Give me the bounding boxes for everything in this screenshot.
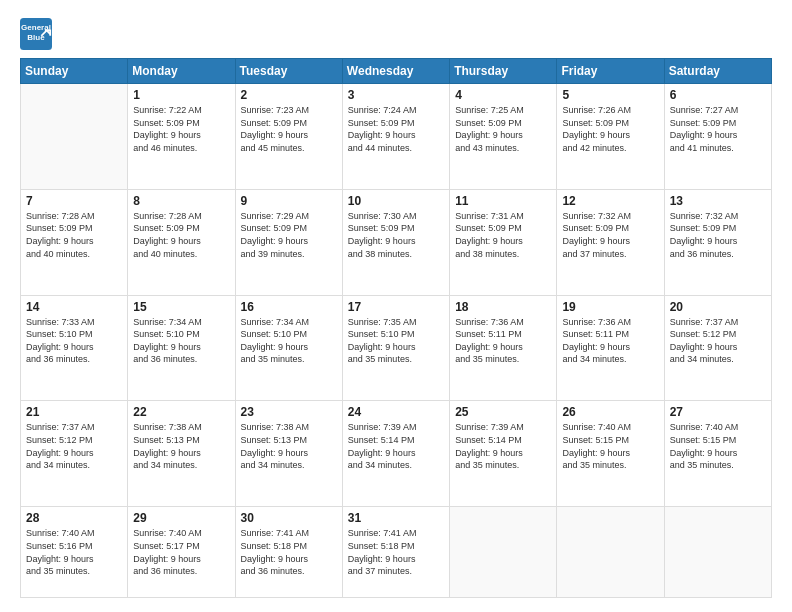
calendar-cell bbox=[664, 507, 771, 598]
calendar-cell: 24Sunrise: 7:39 AMSunset: 5:14 PMDayligh… bbox=[342, 401, 449, 507]
day-info: Sunrise: 7:37 AMSunset: 5:12 PMDaylight:… bbox=[670, 316, 766, 366]
calendar-cell: 21Sunrise: 7:37 AMSunset: 5:12 PMDayligh… bbox=[21, 401, 128, 507]
day-number: 5 bbox=[562, 88, 658, 102]
calendar-cell: 31Sunrise: 7:41 AMSunset: 5:18 PMDayligh… bbox=[342, 507, 449, 598]
calendar-cell: 7Sunrise: 7:28 AMSunset: 5:09 PMDaylight… bbox=[21, 189, 128, 295]
calendar-cell: 4Sunrise: 7:25 AMSunset: 5:09 PMDaylight… bbox=[450, 84, 557, 190]
day-info: Sunrise: 7:41 AMSunset: 5:18 PMDaylight:… bbox=[348, 527, 444, 577]
day-header-thursday: Thursday bbox=[450, 59, 557, 84]
day-number: 2 bbox=[241, 88, 337, 102]
calendar-cell: 28Sunrise: 7:40 AMSunset: 5:16 PMDayligh… bbox=[21, 507, 128, 598]
day-number: 18 bbox=[455, 300, 551, 314]
calendar-cell: 3Sunrise: 7:24 AMSunset: 5:09 PMDaylight… bbox=[342, 84, 449, 190]
calendar-cell: 13Sunrise: 7:32 AMSunset: 5:09 PMDayligh… bbox=[664, 189, 771, 295]
calendar-cell: 29Sunrise: 7:40 AMSunset: 5:17 PMDayligh… bbox=[128, 507, 235, 598]
logo-icon: General Blue bbox=[20, 18, 52, 50]
calendar-cell bbox=[557, 507, 664, 598]
calendar-cell: 11Sunrise: 7:31 AMSunset: 5:09 PMDayligh… bbox=[450, 189, 557, 295]
day-info: Sunrise: 7:28 AMSunset: 5:09 PMDaylight:… bbox=[133, 210, 229, 260]
calendar-cell: 25Sunrise: 7:39 AMSunset: 5:14 PMDayligh… bbox=[450, 401, 557, 507]
day-header-sunday: Sunday bbox=[21, 59, 128, 84]
day-header-friday: Friday bbox=[557, 59, 664, 84]
day-info: Sunrise: 7:34 AMSunset: 5:10 PMDaylight:… bbox=[241, 316, 337, 366]
calendar-cell: 16Sunrise: 7:34 AMSunset: 5:10 PMDayligh… bbox=[235, 295, 342, 401]
calendar-cell bbox=[21, 84, 128, 190]
day-header-wednesday: Wednesday bbox=[342, 59, 449, 84]
day-info: Sunrise: 7:32 AMSunset: 5:09 PMDaylight:… bbox=[670, 210, 766, 260]
day-number: 8 bbox=[133, 194, 229, 208]
calendar-cell: 9Sunrise: 7:29 AMSunset: 5:09 PMDaylight… bbox=[235, 189, 342, 295]
day-number: 16 bbox=[241, 300, 337, 314]
day-info: Sunrise: 7:39 AMSunset: 5:14 PMDaylight:… bbox=[348, 421, 444, 471]
calendar-cell: 10Sunrise: 7:30 AMSunset: 5:09 PMDayligh… bbox=[342, 189, 449, 295]
day-info: Sunrise: 7:29 AMSunset: 5:09 PMDaylight:… bbox=[241, 210, 337, 260]
day-info: Sunrise: 7:38 AMSunset: 5:13 PMDaylight:… bbox=[241, 421, 337, 471]
calendar-cell: 12Sunrise: 7:32 AMSunset: 5:09 PMDayligh… bbox=[557, 189, 664, 295]
day-number: 30 bbox=[241, 511, 337, 525]
day-header-saturday: Saturday bbox=[664, 59, 771, 84]
day-info: Sunrise: 7:27 AMSunset: 5:09 PMDaylight:… bbox=[670, 104, 766, 154]
calendar-cell: 15Sunrise: 7:34 AMSunset: 5:10 PMDayligh… bbox=[128, 295, 235, 401]
day-info: Sunrise: 7:40 AMSunset: 5:17 PMDaylight:… bbox=[133, 527, 229, 577]
day-header-tuesday: Tuesday bbox=[235, 59, 342, 84]
calendar-cell: 19Sunrise: 7:36 AMSunset: 5:11 PMDayligh… bbox=[557, 295, 664, 401]
day-number: 12 bbox=[562, 194, 658, 208]
day-number: 23 bbox=[241, 405, 337, 419]
day-number: 21 bbox=[26, 405, 122, 419]
day-number: 26 bbox=[562, 405, 658, 419]
day-number: 3 bbox=[348, 88, 444, 102]
day-number: 28 bbox=[26, 511, 122, 525]
day-info: Sunrise: 7:33 AMSunset: 5:10 PMDaylight:… bbox=[26, 316, 122, 366]
day-number: 31 bbox=[348, 511, 444, 525]
day-number: 13 bbox=[670, 194, 766, 208]
day-number: 14 bbox=[26, 300, 122, 314]
day-number: 11 bbox=[455, 194, 551, 208]
day-info: Sunrise: 7:28 AMSunset: 5:09 PMDaylight:… bbox=[26, 210, 122, 260]
calendar-cell: 14Sunrise: 7:33 AMSunset: 5:10 PMDayligh… bbox=[21, 295, 128, 401]
calendar-cell: 5Sunrise: 7:26 AMSunset: 5:09 PMDaylight… bbox=[557, 84, 664, 190]
day-info: Sunrise: 7:36 AMSunset: 5:11 PMDaylight:… bbox=[562, 316, 658, 366]
day-number: 7 bbox=[26, 194, 122, 208]
day-info: Sunrise: 7:31 AMSunset: 5:09 PMDaylight:… bbox=[455, 210, 551, 260]
calendar-cell: 20Sunrise: 7:37 AMSunset: 5:12 PMDayligh… bbox=[664, 295, 771, 401]
day-number: 9 bbox=[241, 194, 337, 208]
calendar-cell: 6Sunrise: 7:27 AMSunset: 5:09 PMDaylight… bbox=[664, 84, 771, 190]
day-info: Sunrise: 7:30 AMSunset: 5:09 PMDaylight:… bbox=[348, 210, 444, 260]
day-number: 27 bbox=[670, 405, 766, 419]
day-info: Sunrise: 7:40 AMSunset: 5:15 PMDaylight:… bbox=[562, 421, 658, 471]
day-number: 29 bbox=[133, 511, 229, 525]
calendar-cell bbox=[450, 507, 557, 598]
day-info: Sunrise: 7:32 AMSunset: 5:09 PMDaylight:… bbox=[562, 210, 658, 260]
day-info: Sunrise: 7:40 AMSunset: 5:16 PMDaylight:… bbox=[26, 527, 122, 577]
day-info: Sunrise: 7:23 AMSunset: 5:09 PMDaylight:… bbox=[241, 104, 337, 154]
day-number: 10 bbox=[348, 194, 444, 208]
day-number: 19 bbox=[562, 300, 658, 314]
calendar-cell: 22Sunrise: 7:38 AMSunset: 5:13 PMDayligh… bbox=[128, 401, 235, 507]
day-number: 22 bbox=[133, 405, 229, 419]
day-header-monday: Monday bbox=[128, 59, 235, 84]
calendar-cell: 30Sunrise: 7:41 AMSunset: 5:18 PMDayligh… bbox=[235, 507, 342, 598]
day-info: Sunrise: 7:26 AMSunset: 5:09 PMDaylight:… bbox=[562, 104, 658, 154]
calendar-cell: 1Sunrise: 7:22 AMSunset: 5:09 PMDaylight… bbox=[128, 84, 235, 190]
calendar-cell: 18Sunrise: 7:36 AMSunset: 5:11 PMDayligh… bbox=[450, 295, 557, 401]
day-info: Sunrise: 7:25 AMSunset: 5:09 PMDaylight:… bbox=[455, 104, 551, 154]
day-number: 20 bbox=[670, 300, 766, 314]
day-number: 17 bbox=[348, 300, 444, 314]
day-info: Sunrise: 7:38 AMSunset: 5:13 PMDaylight:… bbox=[133, 421, 229, 471]
calendar-cell: 23Sunrise: 7:38 AMSunset: 5:13 PMDayligh… bbox=[235, 401, 342, 507]
day-number: 1 bbox=[133, 88, 229, 102]
calendar-cell: 26Sunrise: 7:40 AMSunset: 5:15 PMDayligh… bbox=[557, 401, 664, 507]
day-info: Sunrise: 7:40 AMSunset: 5:15 PMDaylight:… bbox=[670, 421, 766, 471]
calendar-cell: 17Sunrise: 7:35 AMSunset: 5:10 PMDayligh… bbox=[342, 295, 449, 401]
day-info: Sunrise: 7:36 AMSunset: 5:11 PMDaylight:… bbox=[455, 316, 551, 366]
calendar-cell: 8Sunrise: 7:28 AMSunset: 5:09 PMDaylight… bbox=[128, 189, 235, 295]
calendar: SundayMondayTuesdayWednesdayThursdayFrid… bbox=[20, 58, 772, 598]
day-number: 4 bbox=[455, 88, 551, 102]
day-info: Sunrise: 7:24 AMSunset: 5:09 PMDaylight:… bbox=[348, 104, 444, 154]
day-info: Sunrise: 7:22 AMSunset: 5:09 PMDaylight:… bbox=[133, 104, 229, 154]
day-info: Sunrise: 7:34 AMSunset: 5:10 PMDaylight:… bbox=[133, 316, 229, 366]
day-info: Sunrise: 7:41 AMSunset: 5:18 PMDaylight:… bbox=[241, 527, 337, 577]
day-info: Sunrise: 7:35 AMSunset: 5:10 PMDaylight:… bbox=[348, 316, 444, 366]
day-info: Sunrise: 7:37 AMSunset: 5:12 PMDaylight:… bbox=[26, 421, 122, 471]
day-number: 6 bbox=[670, 88, 766, 102]
